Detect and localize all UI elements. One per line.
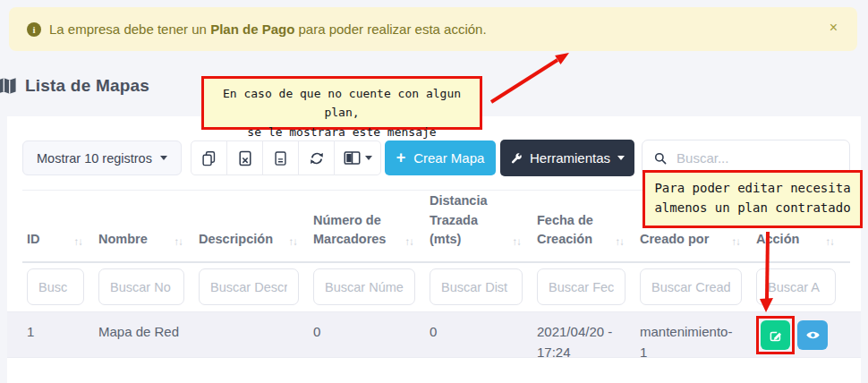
excel-export-icon (238, 150, 252, 166)
column-header-id[interactable]: ID↑↓ (27, 230, 98, 261)
arrow-to-alert-head (555, 53, 569, 64)
chevron-down-icon (160, 156, 167, 160)
column-visibility-button[interactable] (334, 140, 381, 175)
edit-icon (769, 328, 783, 343)
copy-icon (201, 150, 217, 166)
tools-label: Herramientas (530, 150, 610, 166)
sort-icon[interactable]: ↑↓ (513, 234, 522, 250)
alert-message: La empresa debe tener un Plan de Pago pa… (49, 21, 487, 37)
annotation-line: En caso de que no cuente con algun plan, (204, 84, 480, 123)
sort-icon[interactable]: ↑↓ (616, 234, 625, 250)
cell-nombre: Mapa de Red (98, 322, 199, 362)
cell-fecha: 2021/04/20 - 17:24 (537, 322, 640, 362)
annotation-edit-requirement: Para poder editar necesita almenos un pl… (642, 170, 863, 228)
filter-input-fecha[interactable] (537, 268, 625, 305)
column-header-accion[interactable]: Acción↑↓ (756, 230, 850, 261)
cell-descripcion (199, 322, 313, 362)
column-header-creado-por[interactable]: Creado por↑↓ (640, 230, 756, 261)
edit-button-highlight (756, 316, 795, 354)
copy-button[interactable] (191, 140, 227, 175)
sort-icon[interactable]: ↑↓ (732, 234, 741, 250)
filter-input-distancia[interactable] (430, 268, 523, 305)
arrow-to-alert (491, 60, 557, 102)
edit-button[interactable] (761, 320, 790, 350)
cell-accion (756, 316, 850, 362)
eye-icon (805, 328, 821, 342)
file-export-icon (274, 150, 287, 166)
sort-icon[interactable]: ↑↓ (405, 234, 414, 250)
show-entries-dropdown[interactable]: Mostrar 10 registros (22, 140, 182, 175)
column-header-fecha[interactable]: Fecha de Creación↑↓ (537, 211, 640, 262)
map-icon (0, 76, 19, 96)
cell-creado-por: mantenimiento-1 (640, 322, 756, 362)
table-row: 1 Mapa de Red 0 0 2021/04/20 - 17:24 man… (7, 311, 861, 358)
maps-list-page: i La empresa debe tener un Plan de Pago … (0, 0, 868, 383)
excel-export-button[interactable] (226, 140, 263, 175)
annotation-line: Para poder editar necesita (645, 178, 860, 198)
chevron-down-icon (617, 156, 625, 160)
column-header-nombre[interactable]: Nombre↑↓ (98, 230, 199, 261)
wrench-icon (510, 152, 523, 165)
chevron-down-icon (365, 156, 372, 160)
refresh-icon (309, 150, 325, 166)
sort-icon[interactable]: ↑↓ (289, 234, 298, 250)
file-export-button[interactable] (262, 140, 299, 175)
column-header-distancia[interactable]: Distancia Trazada (mts)↑↓ (430, 192, 537, 261)
table-head-bottom-divider (22, 261, 850, 263)
create-map-button[interactable]: + Crear Mapa (385, 140, 496, 175)
filter-input-marcadores[interactable] (313, 268, 415, 305)
alert-banner: i La empresa debe tener un Plan de Pago … (9, 7, 857, 51)
create-map-label: Crear Mapa (413, 150, 484, 166)
alert-message-prefix: La empresa debe tener un (49, 21, 210, 37)
cell-distancia: 0 (430, 322, 537, 362)
column-header-descripcion[interactable]: Descripción↑↓ (199, 230, 313, 261)
info-icon: i (27, 22, 41, 37)
filter-input-id[interactable] (27, 268, 84, 305)
annotation-no-plan-message: En caso de que no cuente con algun plan,… (201, 76, 482, 130)
filter-input-creado-por[interactable] (640, 268, 742, 305)
page-title: Lista de Mapas (25, 76, 149, 96)
column-header-marcadores[interactable]: Número de Marcadores↑↓ (313, 211, 430, 262)
cell-marcadores: 0 (313, 322, 430, 362)
cell-id: 1 (27, 322, 98, 362)
alert-close-button[interactable]: × (830, 20, 838, 36)
page-title-row: Lista de Mapas (0, 76, 149, 96)
sort-icon[interactable]: ↑↓ (74, 234, 83, 250)
table-filter-row (27, 268, 850, 305)
search-icon (654, 151, 667, 166)
filter-input-accion[interactable] (756, 268, 836, 305)
search-input[interactable] (677, 150, 838, 166)
filter-input-nombre[interactable] (98, 268, 184, 305)
alert-message-suffix: para poder realizar esta acción. (294, 21, 486, 37)
filter-input-descripcion[interactable] (199, 268, 299, 305)
sort-icon[interactable]: ↑↓ (174, 234, 183, 250)
sort-icon[interactable]: ↑↓ (826, 234, 835, 250)
export-button-group (191, 140, 381, 175)
view-button[interactable] (797, 320, 828, 350)
tools-dropdown-button[interactable]: Herramientas (500, 140, 634, 176)
alert-message-bold: Plan de Pago (210, 21, 294, 37)
annotation-line: almenos un plan contratado (645, 198, 860, 217)
plus-icon: + (396, 149, 406, 166)
annotation-line: se le mostrara este mensaje (204, 123, 480, 141)
refresh-button[interactable] (298, 140, 335, 175)
show-entries-label: Mostrar 10 registros (37, 151, 152, 166)
column-visibility-icon (344, 150, 361, 166)
